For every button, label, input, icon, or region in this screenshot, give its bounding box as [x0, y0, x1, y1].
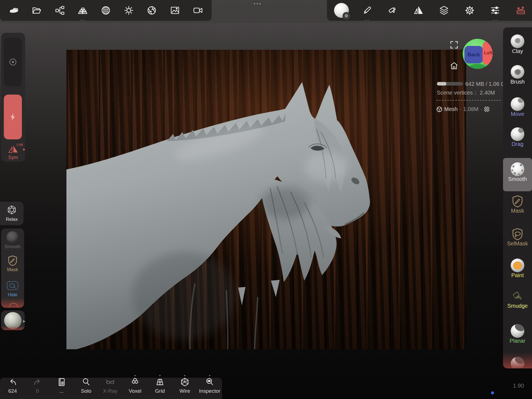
brush-sphere-icon	[511, 65, 524, 79]
sym-label: Sym	[1, 155, 25, 160]
smudge-finger-icon: ☟	[511, 290, 524, 304]
gizmo-back-face[interactable]: Back	[464, 46, 483, 63]
camera-icon[interactable]	[190, 3, 206, 18]
viewport-canvas[interactable]	[66, 50, 466, 349]
tool-brush[interactable]: Brush	[503, 65, 532, 85]
brush-preview-sphere[interactable]: ⚙	[334, 3, 349, 18]
gizmo-left-label: Left	[484, 50, 493, 56]
tool-planar[interactable]: Planar	[503, 324, 532, 344]
tool-smooth-label: Smooth	[508, 176, 527, 182]
tool-clay-label: Clay	[512, 48, 523, 54]
interface-sliders-icon[interactable]: ...	[487, 3, 503, 18]
topology-overflow-dots: ...	[80, 18, 86, 20]
layers-icon[interactable]	[436, 3, 452, 18]
undo-count: 624	[0, 388, 25, 394]
redo-button[interactable]: 0	[25, 378, 50, 394]
partial-tool-icon	[9, 303, 18, 308]
mask-shield-icon	[511, 195, 524, 208]
tool-brush-label: Brush	[510, 79, 525, 85]
gizmo-bottom-face	[467, 64, 487, 69]
stroke-pencil-icon[interactable]: ...	[359, 3, 375, 18]
paint-sphere-icon	[511, 259, 524, 272]
voxel-button[interactable]: ▲ Voxel	[123, 378, 147, 394]
drag-sphere-icon	[511, 127, 524, 141]
postprocess-aperture-icon[interactable]	[144, 3, 159, 18]
top-right-toolbar: ⚙ ... ...	[327, 0, 532, 21]
material-expand-arrow[interactable]: ▶	[23, 319, 25, 323]
inspector-label: Inspector	[197, 388, 222, 394]
tool-smudge[interactable]: ☟ Smudge	[503, 291, 532, 309]
symmetry-mirror-icon[interactable]	[411, 3, 426, 18]
smooth-sphere-icon	[7, 231, 19, 243]
bottom-toolbar: 624 0 ... Solo X-Ray ▲ Voxel ▲ Grid	[0, 378, 222, 399]
tool-next-partial[interactable]	[503, 357, 532, 368]
left-tool-smooth[interactable]: Smooth	[1, 231, 24, 250]
undo-button[interactable]: 624	[0, 378, 25, 394]
background-image-icon[interactable]	[167, 3, 183, 18]
tool-paint[interactable]: Paint	[503, 259, 532, 278]
sym-lw-label: L/W	[17, 143, 23, 147]
clay-sphere-icon	[511, 34, 524, 48]
voxel-label: Voxel	[123, 388, 147, 394]
wire-label: Wire	[173, 388, 197, 394]
brush-preview-slot[interactable]	[4, 38, 22, 86]
sym-expand-arrow[interactable]: ▶	[23, 148, 25, 151]
hide-label: Hide	[1, 292, 24, 298]
home-view-icon[interactable]	[449, 61, 459, 72]
inspector-button[interactable]: ▲ Inspector	[197, 378, 222, 394]
redo-count: 0	[25, 388, 50, 394]
wire-button[interactable]: ▲ Wire	[173, 378, 197, 394]
lighting-sun-icon[interactable]	[121, 3, 136, 18]
tool-move-label: Move	[511, 111, 524, 117]
voxel-caret-icon: ▲	[134, 374, 136, 377]
tool-mask[interactable]: Mask	[503, 195, 532, 214]
tool-mask-label: Mask	[511, 208, 524, 214]
tool-clay[interactable]: Clay	[503, 34, 532, 54]
toolbox-icon[interactable]	[513, 3, 528, 18]
topology-bake-icon[interactable]: ...	[75, 3, 90, 18]
inspector-caret-icon: ▲	[209, 374, 211, 377]
app-screen: ... ••• ⚙ ...	[0, 0, 532, 399]
symmetry-control[interactable]: L/W ▶ Sym	[1, 143, 25, 161]
wire-caret-icon: ▲	[184, 374, 186, 377]
xray-button[interactable]: X-Ray	[98, 378, 122, 394]
grid-button[interactable]: ▲ Grid	[148, 378, 172, 394]
dynamic-topology-button[interactable]	[4, 95, 22, 139]
horse-sculpture	[66, 50, 466, 349]
xray-label: X-Ray	[98, 388, 122, 394]
viewport-menu-dots[interactable]: •••	[254, 1, 262, 7]
tool-move[interactable]: Move	[503, 97, 532, 117]
tool-selmask[interactable]: SelMask	[503, 228, 532, 247]
orientation-gizmo[interactable]: Back Left	[463, 39, 493, 69]
relax-tool-panel[interactable]: Relax	[0, 202, 24, 225]
scene-graph-icon[interactable]	[52, 3, 68, 18]
left-tool-hide[interactable]: Hide	[1, 280, 24, 298]
material-matcap-icon[interactable]	[98, 3, 113, 18]
solo-label: Solo	[74, 388, 98, 394]
top-left-toolbar: ...	[0, 0, 212, 21]
history-button[interactable]: ...	[49, 378, 74, 394]
files-folder-icon[interactable]	[29, 3, 44, 18]
smooth-label: Smooth	[1, 244, 24, 250]
tool-drag[interactable]: Drag	[503, 127, 532, 147]
tool-planar-label: Planar	[510, 338, 525, 344]
brush-settings-gear-icon[interactable]: ⚙	[343, 12, 350, 20]
nomad-logo-icon[interactable]	[6, 3, 21, 18]
material-sphere[interactable]	[4, 312, 22, 329]
left-tools-panel: Smooth Mask Hide	[1, 228, 24, 308]
left-tool-mask[interactable]: Mask	[1, 255, 24, 272]
pencil-overflow-dots: ...	[364, 18, 370, 20]
smooth-sphere-icon	[511, 162, 524, 176]
mesh-checker-icon[interactable]	[484, 107, 489, 112]
paint-roller-icon[interactable]	[385, 3, 400, 18]
settings-gear-icon[interactable]	[462, 3, 477, 18]
lightning-icon	[9, 112, 17, 122]
sliders-overflow-dots: ...	[493, 18, 498, 20]
partial-sphere-icon	[511, 357, 524, 368]
tool-smooth-selected[interactable]: Smooth	[503, 162, 532, 182]
scene-vertices-value: 2.40M	[480, 90, 495, 96]
right-tools-panel: Clay Brush Move Drag Smooth Mask SelMask	[503, 27, 532, 368]
solo-button[interactable]: Solo	[74, 378, 98, 394]
fullscreen-icon[interactable]	[450, 40, 458, 50]
material-panel[interactable]	[1, 310, 25, 330]
